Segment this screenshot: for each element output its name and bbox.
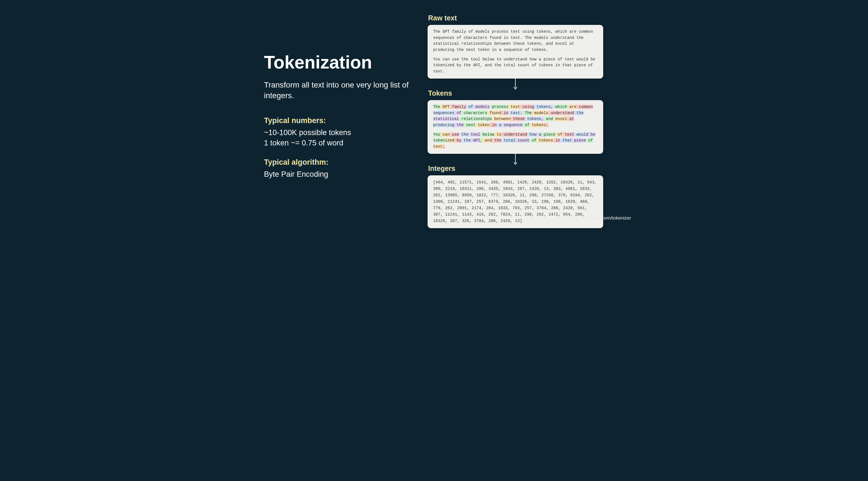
slide-title: Tokenization [264, 53, 409, 72]
arrow-down-1 [428, 79, 603, 90]
tokens-para1: The GPT family of models process text us… [433, 104, 597, 128]
raw-text-label: Raw text [428, 14, 604, 22]
raw-text-panel: The GPT family of models process text us… [428, 25, 603, 79]
slide: Tokenization Transform all text into one… [229, 0, 639, 227]
footer-link: platform.openai.com/tokenizer [567, 215, 631, 221]
tokens-label: Tokens [428, 89, 604, 97]
typical-numbers-head: Typical numbers: [264, 116, 409, 125]
arrow-down-2 [428, 154, 603, 166]
right-column: Raw text The GPT family of models proces… [428, 14, 604, 228]
typical-algorithm-head: Typical algorithm: [264, 158, 409, 167]
left-column: Tokenization Transform all text into one… [264, 53, 409, 180]
typical-numbers-line2: 1 token ~= 0.75 of word [264, 139, 409, 147]
raw-text-para1: The GPT family of models process text us… [433, 29, 597, 53]
arrow-down-icon [514, 79, 517, 90]
slide-subtitle: Transform all text into one very long li… [264, 80, 409, 101]
tokens-panel: The GPT family of models process text us… [428, 100, 603, 154]
tokens-para2: You can use the tool below to understand… [433, 132, 597, 150]
arrow-down-icon [514, 154, 517, 166]
typical-algorithm-line1: Byte Pair Encoding [264, 170, 409, 179]
raw-text-para2: You can use the tool below to understand… [433, 57, 597, 75]
typical-numbers-line1: ~10-100K possible tokens [264, 128, 409, 137]
